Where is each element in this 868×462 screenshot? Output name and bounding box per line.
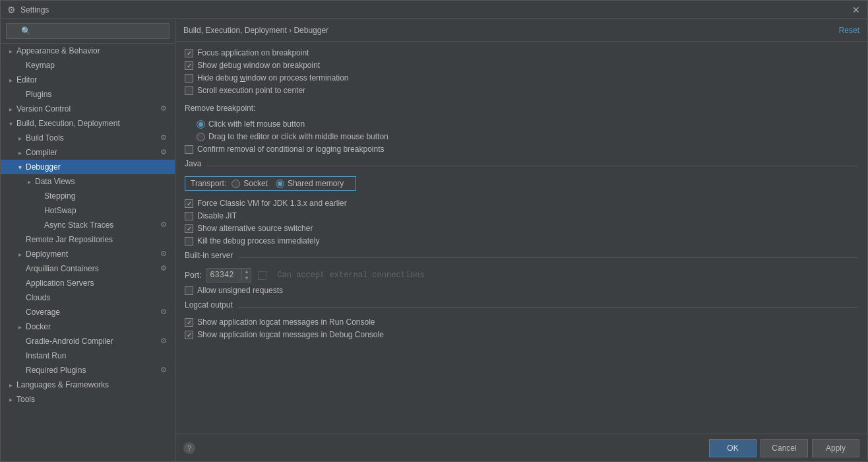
sidebar-item-label: Debugger [26,162,170,172]
cancel-button[interactable]: Cancel [760,439,808,457]
sidebar-item-keymap[interactable]: Keymap [1,58,175,73]
radio-click-left[interactable]: Click with left mouse button [197,119,305,129]
port-input[interactable] [207,271,241,280]
force-classic-vm-checkbox[interactable] [185,199,193,208]
sidebar-item-languages-frameworks[interactable]: ▸ Languages & Frameworks [1,378,175,392]
sidebar-item-label: Docker [26,322,170,331]
sidebar-item-label: Appearance & Behavior [16,46,170,55]
radio-shared-memory[interactable]: Shared memory [276,179,344,188]
main-content: 🔍 ▸ Appearance & Behavior Keymap ▸ Edito… [1,19,867,461]
radio-click-left-btn[interactable] [197,120,205,129]
sidebar-item-docker[interactable]: ▸ Docker [1,319,175,334]
chevron-icon: ▸ [6,381,15,389]
ok-button[interactable]: OK [709,439,757,457]
help-button[interactable]: ? [183,442,195,454]
sidebar-item-deployment[interactable]: ▸ Deployment ⚙ [1,247,175,261]
sidebar-item-arquillian[interactable]: Arquillian Containers ⚙ [1,261,175,276]
sidebar-item-label: Data Views [35,177,170,186]
radio-socket[interactable]: Socket [232,179,268,188]
right-panel: Build, Execution, Deployment › Debugger … [175,19,867,461]
reset-link[interactable]: Reset [839,26,859,35]
sidebar-item-label: Version Control [16,104,160,114]
transport-label: Transport: [191,179,226,188]
radio-drag-btn[interactable] [197,133,205,141]
sidebar-item-editor[interactable]: ▸ Editor [1,73,175,87]
close-button[interactable]: ✕ [850,4,862,16]
sidebar-item-instant-run[interactable]: Instant Run [1,348,175,363]
sidebar-item-label: Build Tools [26,133,160,143]
transport-box: Transport: Socket Shared memory [185,176,356,191]
sidebar-item-async-stack-traces[interactable]: Async Stack Traces ⚙ [1,218,175,232]
chevron-icon: ▸ [6,48,15,55]
sidebar-item-build-execution[interactable]: ▾ Build, Execution, Deployment [1,116,175,131]
show-debug-window-checkbox[interactable] [185,61,193,70]
show-logcat-debug-label: Show application logcat messages in Debu… [197,330,384,339]
sidebar-item-label: Gradle-Android Compiler [26,337,160,346]
disable-jit-checkbox[interactable] [185,212,193,220]
settings-icon: ⚙ [160,308,170,317]
focus-breakpoint-row: Focus application on breakpoint [185,48,858,57]
radio-shared-memory-label: Shared memory [288,179,344,188]
sidebar-item-clouds[interactable]: Clouds [1,290,175,305]
allow-unsigned-checkbox[interactable] [185,286,193,295]
accept-ext-label: Can accept external connections [277,271,424,280]
hide-debug-window-checkbox[interactable] [185,74,193,82]
show-debug-window-label: Show debug window on breakpoint [197,61,320,70]
sidebar-item-build-tools[interactable]: ▸ Build Tools ⚙ [1,131,175,145]
show-logcat-debug-checkbox[interactable] [185,331,193,339]
sidebar-item-remote-jar[interactable]: Remote Jar Repositories [1,232,175,247]
confirm-removal-checkbox[interactable] [185,145,193,154]
sidebar-item-label: Tools [16,395,170,404]
show-alt-source-row: Show alternative source switcher [185,224,858,233]
window-icon: ⚙ [6,5,16,15]
chevron-icon: ▸ [6,77,15,84]
sidebar-item-data-views[interactable]: ▸ Data Views [1,174,175,189]
radio-click-left-label: Click with left mouse button [208,119,305,129]
sidebar-item-tools[interactable]: ▸ Tools [1,392,175,407]
port-row: Port: ▲ ▼ Can accept external connection… [185,268,858,282]
scroll-execution-checkbox[interactable] [185,86,193,95]
sidebar-item-gradle-android[interactable]: Gradle-Android Compiler ⚙ [1,334,175,348]
port-increment-button[interactable]: ▲ [242,269,251,275]
logcat-divider [238,307,858,308]
confirm-removal-label: Confirm removal of conditional or loggin… [197,145,384,154]
sidebar-item-label: Arquillian Containers [26,264,160,273]
settings-icon: ⚙ [160,220,170,230]
sidebar-item-required-plugins[interactable]: Required Plugins ⚙ [1,363,175,378]
settings-icon: ⚙ [160,249,170,259]
chevron-icon: ▸ [15,135,24,142]
chevron-icon: ▸ [6,106,15,113]
apply-button[interactable]: Apply [812,439,859,457]
sidebar-item-compiler[interactable]: ▸ Compiler ⚙ [1,145,175,160]
sidebar-item-version-control[interactable]: ▸ Version Control ⚙ [1,102,175,116]
show-debug-window-row: Show debug window on breakpoint [185,61,858,70]
sidebar-item-debugger[interactable]: ▾ Debugger [1,160,175,174]
kill-debug-checkbox[interactable] [185,237,193,246]
kill-debug-row: Kill the debug process immediately [185,236,858,246]
chevron-icon: ▸ [24,178,34,185]
port-decrement-button[interactable]: ▼ [242,275,251,282]
focus-breakpoint-checkbox[interactable] [185,49,193,57]
show-alt-source-checkbox[interactable] [185,224,193,233]
radio-shared-memory-btn[interactable] [276,180,284,188]
chevron-icon: ▸ [15,323,24,331]
sidebar-item-coverage[interactable]: Coverage ⚙ [1,305,175,319]
allow-unsigned-label: Allow unsigned requests [197,286,283,295]
search-input[interactable] [6,23,170,39]
accept-ext-checkbox[interactable] [258,271,266,280]
sidebar-item-label: Deployment [26,249,160,259]
chevron-icon: ▾ [15,164,24,171]
sidebar-item-stepping[interactable]: Stepping [1,189,175,203]
sidebar-item-application-servers[interactable]: Application Servers [1,276,175,290]
logcat-title: Logcat output [185,300,233,310]
radio-socket-btn[interactable] [232,180,240,188]
sidebar-item-plugins[interactable]: Plugins [1,87,175,102]
remove-breakpoint-radio-drag: Drag to the editor or click with middle … [185,132,858,141]
disable-jit-row: Disable JIT [185,211,858,220]
show-logcat-run-checkbox[interactable] [185,318,193,327]
panel-header: Build, Execution, Deployment › Debugger … [175,19,867,42]
sidebar-item-appearance[interactable]: ▸ Appearance & Behavior [1,44,175,58]
accept-ext-row: Can accept external connections [258,271,424,280]
sidebar-item-hotswap[interactable]: HotSwap [1,203,175,218]
radio-drag[interactable]: Drag to the editor or click with middle … [197,132,388,141]
